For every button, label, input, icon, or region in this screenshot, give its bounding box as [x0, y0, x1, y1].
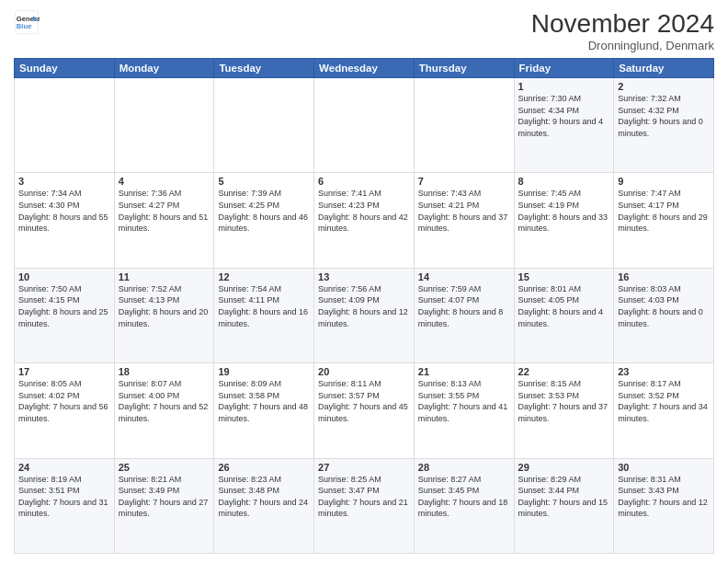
col-saturday: Saturday	[614, 59, 714, 78]
day-number: 1	[518, 81, 610, 92]
table-row: 4Sunrise: 7:36 AM Sunset: 4:27 PM Daylig…	[114, 173, 214, 268]
header: General Blue November 2024 Dronninglund,…	[14, 9, 714, 52]
day-number: 16	[618, 271, 710, 282]
table-row: 7Sunrise: 7:43 AM Sunset: 4:21 PM Daylig…	[414, 173, 514, 268]
day-number: 18	[119, 366, 210, 377]
table-row: 21Sunrise: 8:13 AM Sunset: 3:55 PM Dayli…	[414, 363, 514, 458]
table-row	[15, 78, 115, 173]
day-number: 3	[18, 176, 110, 187]
day-number: 22	[518, 366, 610, 377]
table-row: 16Sunrise: 8:03 AM Sunset: 4:03 PM Dayli…	[614, 268, 714, 362]
day-number: 28	[418, 462, 510, 473]
table-row: 14Sunrise: 7:59 AM Sunset: 4:07 PM Dayli…	[414, 268, 514, 362]
table-row	[114, 78, 214, 173]
day-number: 30	[618, 462, 710, 473]
day-number: 24	[18, 462, 110, 473]
calendar-header-row: Sunday Monday Tuesday Wednesday Thursday…	[15, 59, 714, 78]
col-sunday: Sunday	[15, 59, 115, 78]
day-info: Sunrise: 8:01 AM Sunset: 4:05 PM Dayligh…	[518, 283, 610, 329]
table-row: 1Sunrise: 7:30 AM Sunset: 4:34 PM Daylig…	[514, 78, 614, 173]
day-info: Sunrise: 7:43 AM Sunset: 4:21 PM Dayligh…	[418, 188, 510, 234]
day-info: Sunrise: 8:27 AM Sunset: 3:45 PM Dayligh…	[418, 474, 510, 520]
calendar-week-row: 17Sunrise: 8:05 AM Sunset: 4:02 PM Dayli…	[15, 363, 714, 458]
day-info: Sunrise: 7:41 AM Sunset: 4:23 PM Dayligh…	[318, 188, 410, 234]
day-info: Sunrise: 8:05 AM Sunset: 4:02 PM Dayligh…	[18, 378, 110, 424]
day-info: Sunrise: 7:47 AM Sunset: 4:17 PM Dayligh…	[618, 188, 710, 234]
calendar-week-row: 1Sunrise: 7:30 AM Sunset: 4:34 PM Daylig…	[15, 78, 714, 173]
table-row: 8Sunrise: 7:45 AM Sunset: 4:19 PM Daylig…	[514, 173, 614, 268]
day-info: Sunrise: 8:31 AM Sunset: 3:43 PM Dayligh…	[618, 474, 710, 520]
day-info: Sunrise: 7:45 AM Sunset: 4:19 PM Dayligh…	[518, 188, 610, 234]
day-info: Sunrise: 7:50 AM Sunset: 4:15 PM Dayligh…	[18, 283, 110, 329]
table-row: 30Sunrise: 8:31 AM Sunset: 3:43 PM Dayli…	[614, 458, 714, 553]
col-friday: Friday	[514, 59, 614, 78]
day-number: 6	[318, 176, 410, 187]
table-row: 15Sunrise: 8:01 AM Sunset: 4:05 PM Dayli…	[514, 268, 614, 362]
day-info: Sunrise: 8:03 AM Sunset: 4:03 PM Dayligh…	[618, 283, 710, 329]
table-row: 27Sunrise: 8:25 AM Sunset: 3:47 PM Dayli…	[314, 458, 415, 553]
table-row: 6Sunrise: 7:41 AM Sunset: 4:23 PM Daylig…	[314, 173, 415, 268]
day-number: 14	[418, 271, 510, 282]
day-info: Sunrise: 7:59 AM Sunset: 4:07 PM Dayligh…	[418, 283, 510, 329]
table-row: 19Sunrise: 8:09 AM Sunset: 3:58 PM Dayli…	[214, 363, 314, 458]
table-row: 9Sunrise: 7:47 AM Sunset: 4:17 PM Daylig…	[614, 173, 714, 268]
svg-text:General: General	[17, 15, 40, 23]
day-number: 7	[418, 176, 510, 187]
day-info: Sunrise: 7:34 AM Sunset: 4:30 PM Dayligh…	[18, 188, 110, 234]
table-row	[414, 78, 514, 173]
col-tuesday: Tuesday	[214, 59, 314, 78]
table-row: 25Sunrise: 8:21 AM Sunset: 3:49 PM Dayli…	[114, 458, 214, 553]
table-row: 5Sunrise: 7:39 AM Sunset: 4:25 PM Daylig…	[214, 173, 314, 268]
day-number: 8	[518, 176, 610, 187]
day-number: 20	[318, 366, 410, 377]
day-info: Sunrise: 8:07 AM Sunset: 4:00 PM Dayligh…	[119, 378, 210, 424]
svg-text:Blue: Blue	[17, 22, 32, 30]
table-row: 24Sunrise: 8:19 AM Sunset: 3:51 PM Dayli…	[15, 458, 115, 553]
day-info: Sunrise: 8:09 AM Sunset: 3:58 PM Dayligh…	[218, 378, 310, 424]
day-info: Sunrise: 7:32 AM Sunset: 4:32 PM Dayligh…	[618, 93, 710, 139]
table-row: 10Sunrise: 7:50 AM Sunset: 4:15 PM Dayli…	[15, 268, 115, 362]
day-number: 5	[218, 176, 310, 187]
table-row: 12Sunrise: 7:54 AM Sunset: 4:11 PM Dayli…	[214, 268, 314, 362]
day-number: 29	[518, 462, 610, 473]
table-row: 20Sunrise: 8:11 AM Sunset: 3:57 PM Dayli…	[314, 363, 415, 458]
day-number: 13	[318, 271, 410, 282]
day-number: 19	[218, 366, 310, 377]
table-row: 13Sunrise: 7:56 AM Sunset: 4:09 PM Dayli…	[314, 268, 415, 362]
day-number: 23	[618, 366, 710, 377]
calendar-week-row: 24Sunrise: 8:19 AM Sunset: 3:51 PM Dayli…	[15, 458, 714, 553]
table-row: 17Sunrise: 8:05 AM Sunset: 4:02 PM Dayli…	[15, 363, 115, 458]
title-block: November 2024 Dronninglund, Denmark	[531, 9, 714, 52]
day-info: Sunrise: 8:25 AM Sunset: 3:47 PM Dayligh…	[318, 474, 410, 520]
table-row: 11Sunrise: 7:52 AM Sunset: 4:13 PM Dayli…	[114, 268, 214, 362]
day-number: 10	[18, 271, 110, 282]
logo: General Blue	[14, 9, 40, 35]
day-info: Sunrise: 8:13 AM Sunset: 3:55 PM Dayligh…	[418, 378, 510, 424]
day-info: Sunrise: 8:15 AM Sunset: 3:53 PM Dayligh…	[518, 378, 610, 424]
day-number: 17	[18, 366, 110, 377]
day-number: 11	[119, 271, 210, 282]
day-number: 9	[618, 176, 710, 187]
day-number: 25	[119, 462, 210, 473]
day-info: Sunrise: 7:56 AM Sunset: 4:09 PM Dayligh…	[318, 283, 410, 329]
day-info: Sunrise: 8:23 AM Sunset: 3:48 PM Dayligh…	[218, 474, 310, 520]
day-number: 4	[119, 176, 210, 187]
table-row: 23Sunrise: 8:17 AM Sunset: 3:52 PM Dayli…	[614, 363, 714, 458]
col-thursday: Thursday	[414, 59, 514, 78]
day-info: Sunrise: 7:54 AM Sunset: 4:11 PM Dayligh…	[218, 283, 310, 329]
calendar-week-row: 3Sunrise: 7:34 AM Sunset: 4:30 PM Daylig…	[15, 173, 714, 268]
day-number: 21	[418, 366, 510, 377]
table-row	[314, 78, 415, 173]
day-info: Sunrise: 7:39 AM Sunset: 4:25 PM Dayligh…	[218, 188, 310, 234]
table-row	[214, 78, 314, 173]
logo-icon: General Blue	[14, 9, 40, 35]
day-info: Sunrise: 8:19 AM Sunset: 3:51 PM Dayligh…	[18, 474, 110, 520]
day-info: Sunrise: 7:52 AM Sunset: 4:13 PM Dayligh…	[119, 283, 210, 329]
table-row: 22Sunrise: 8:15 AM Sunset: 3:53 PM Dayli…	[514, 363, 614, 458]
col-monday: Monday	[114, 59, 214, 78]
day-info: Sunrise: 7:30 AM Sunset: 4:34 PM Dayligh…	[518, 93, 610, 139]
calendar: Sunday Monday Tuesday Wednesday Thursday…	[14, 58, 714, 554]
table-row: 26Sunrise: 8:23 AM Sunset: 3:48 PM Dayli…	[214, 458, 314, 553]
page: General Blue November 2024 Dronninglund,…	[0, 0, 728, 563]
day-info: Sunrise: 8:29 AM Sunset: 3:44 PM Dayligh…	[518, 474, 610, 520]
